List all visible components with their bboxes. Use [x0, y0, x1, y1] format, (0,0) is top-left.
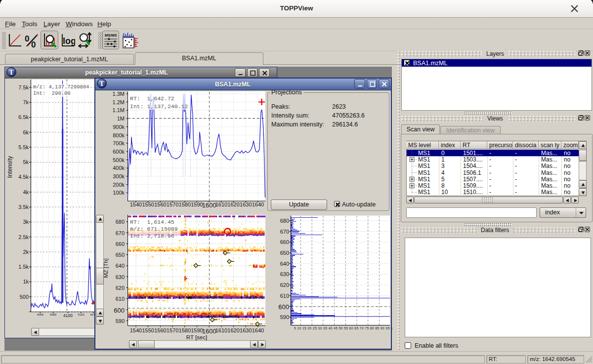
svg-text:MS1: MS1 [418, 156, 430, 163]
svg-text:Mas...: Mas... [541, 182, 557, 189]
svg-text:MS1: MS1 [418, 176, 430, 183]
svg-text:Mas...: Mas... [541, 169, 557, 176]
svg-text:Mas...: Mas... [541, 189, 557, 196]
svg-text:RT: 1,614.45: RT: 1,614.45 [130, 219, 174, 225]
svg-text:-: - [489, 162, 491, 169]
svg-text:1: 1 [441, 156, 445, 163]
svg-text:-: - [515, 150, 517, 157]
svg-text:3: 3 [441, 162, 445, 169]
svg-text:-: - [489, 150, 491, 157]
svg-text:-: - [489, 169, 491, 176]
svg-text:Mas...: Mas... [541, 176, 557, 183]
svg-text:1507....: 1507.... [463, 176, 483, 183]
svg-text:10: 10 [441, 189, 448, 196]
svg-text:5: 5 [441, 176, 445, 183]
svg-text:MS/MS: MS/MS [105, 33, 117, 38]
svg-text:-: - [515, 169, 517, 176]
svg-text:1503....: 1503.... [463, 156, 483, 163]
svg-text:no: no [564, 169, 571, 176]
svg-text:8: 8 [441, 182, 445, 189]
svg-text:MS1: MS1 [418, 162, 430, 169]
svg-text:MS1: MS1 [418, 189, 430, 196]
svg-text:-: - [515, 156, 517, 163]
svg-text:1510....: 1510.... [463, 189, 483, 196]
svg-text:-: - [515, 182, 517, 189]
svg-text:-: - [489, 176, 491, 183]
svg-text:Mas...: Mas... [541, 162, 557, 169]
svg-text:-: - [515, 162, 517, 169]
svg-text:MS1: MS1 [418, 182, 430, 189]
svg-text:1501....: 1501.... [463, 150, 483, 157]
svg-text:-: - [515, 176, 517, 183]
svg-text:1506.1: 1506.1 [463, 169, 481, 176]
svg-text:Mas...: Mas... [541, 150, 557, 157]
svg-text:0: 0 [25, 34, 29, 43]
svg-text:Int: 2,718.96: Int: 2,718.96 [130, 233, 174, 239]
svg-text:no: no [564, 182, 571, 189]
svg-text:Mas...: Mas... [541, 156, 557, 163]
svg-text:-: - [515, 189, 517, 196]
svg-text:MS1: MS1 [418, 169, 430, 176]
svg-text:1509....: 1509.... [463, 182, 483, 189]
svg-text:no: no [564, 189, 571, 196]
svg-text:1504....: 1504.... [463, 162, 483, 169]
svg-text:-: - [489, 156, 491, 163]
svg-text:MS1: MS1 [418, 150, 430, 157]
svg-text:0: 0 [441, 150, 445, 157]
svg-text:no: no [564, 162, 571, 169]
svg-text:4: 4 [441, 169, 445, 176]
svg-text:no: no [564, 176, 571, 183]
svg-text:no: no [564, 156, 571, 163]
svg-text:log: log [63, 36, 75, 46]
svg-text:Int: 1,137,240.12: Int: 1,137,240.12 [130, 103, 188, 110]
svg-text:RT: 1,642.72: RT: 1,642.72 [130, 95, 174, 102]
svg-text:no: no [564, 150, 571, 157]
svg-text:-: - [489, 182, 491, 189]
svg-text:m/z: 671.15089: m/z: 671.15089 [130, 226, 178, 232]
svg-text:-: - [489, 189, 491, 196]
